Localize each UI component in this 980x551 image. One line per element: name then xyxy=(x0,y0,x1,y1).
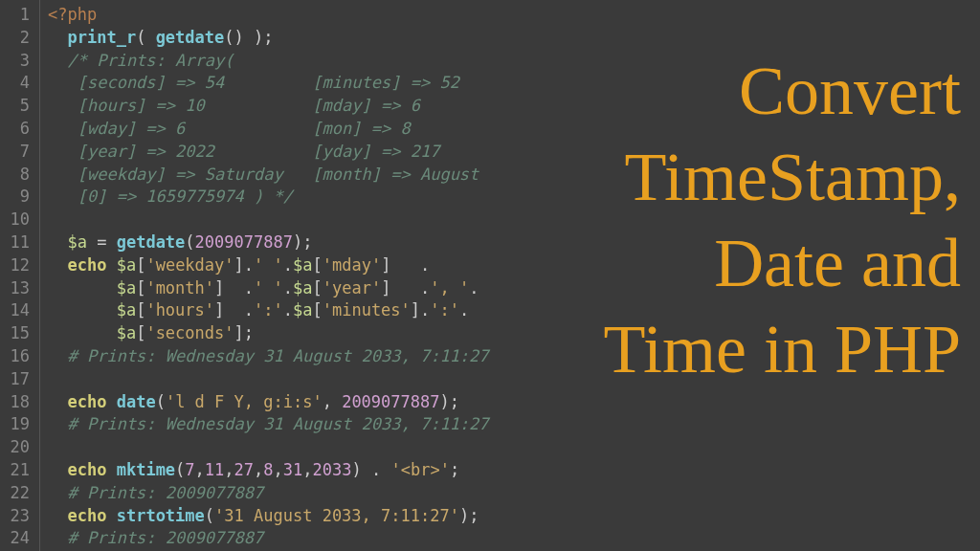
line-number: 5 xyxy=(0,95,39,118)
line-number: 8 xyxy=(0,164,39,187)
line-number: 19 xyxy=(0,413,39,436)
code-line xyxy=(48,436,980,459)
code-line: <?php xyxy=(48,4,980,27)
title-line: Convert xyxy=(604,48,962,134)
line-number: 24 xyxy=(0,527,39,550)
title-line: Time in PHP xyxy=(604,306,962,392)
line-number: 6 xyxy=(0,118,39,141)
line-number: 17 xyxy=(0,368,39,391)
line-number: 10 xyxy=(0,209,39,231)
code-line: # Prints: 2009077887 xyxy=(48,527,980,550)
code-line: echo date('l d F Y, g:i:s', 2009077887); xyxy=(48,391,980,414)
code-line: echo mktime(7,11,27,8,31,2033) . '<br>'; xyxy=(48,459,980,482)
code-line: echo strtotime('31 August 2033, 7:11:27'… xyxy=(48,505,980,528)
code-line: print_r( getdate() ); xyxy=(48,27,980,50)
line-number: 15 xyxy=(0,322,39,345)
line-number: 2 xyxy=(0,27,39,50)
code-line: # Prints: Wednesday 31 August 2033, 7:11… xyxy=(48,413,980,436)
line-number: 3 xyxy=(0,50,39,73)
line-number: 14 xyxy=(0,299,39,322)
line-number: 7 xyxy=(0,141,39,164)
title-overlay: Convert TimeStamp, Date and Time in PHP xyxy=(604,48,962,392)
line-number: 20 xyxy=(0,436,39,459)
line-number: 11 xyxy=(0,231,39,254)
line-number: 18 xyxy=(0,391,39,414)
line-number: 4 xyxy=(0,72,39,95)
line-number: 12 xyxy=(0,254,39,277)
line-number: 13 xyxy=(0,277,39,300)
line-number: 1 xyxy=(0,4,39,27)
line-number-gutter: 123456789101112131415161718192021222324 xyxy=(0,0,40,551)
line-number: 16 xyxy=(0,345,39,368)
line-number: 9 xyxy=(0,186,39,209)
title-line: Date and xyxy=(604,220,962,306)
line-number: 21 xyxy=(0,459,39,482)
title-line: TimeStamp, xyxy=(604,134,962,220)
line-number: 22 xyxy=(0,482,39,505)
line-number: 23 xyxy=(0,505,39,528)
code-line: # Prints: 2009077887 xyxy=(48,482,980,505)
